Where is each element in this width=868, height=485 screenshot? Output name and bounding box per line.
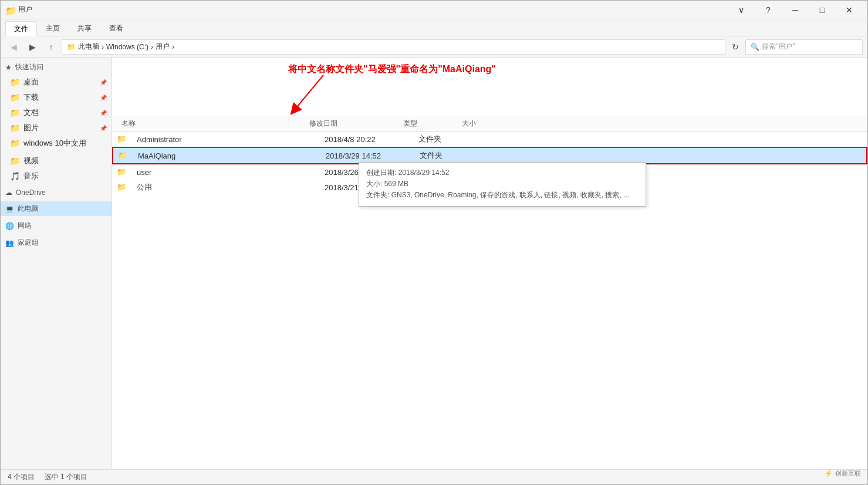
sep2: › bbox=[151, 43, 153, 51]
back-button[interactable]: ◀ bbox=[5, 39, 22, 55]
sidebar-item-docs-label: 文档 bbox=[23, 107, 39, 118]
search-placeholder: 搜索"用户" bbox=[762, 42, 795, 52]
pin-icon: 📌 bbox=[100, 125, 107, 132]
sidebar-item-videos[interactable]: 📁 视频 bbox=[1, 153, 112, 169]
file-name-public: 公用 bbox=[132, 182, 320, 193]
breadcrumb-drive[interactable]: Windows (C:) bbox=[106, 43, 148, 51]
search-bar[interactable]: 🔍 搜索"用户" bbox=[745, 39, 863, 55]
file-date-maaiqiang: 2018/3/29 14:52 bbox=[321, 151, 415, 160]
sidebar-item-desktop[interactable]: 📁 桌面 📌 bbox=[1, 75, 112, 90]
tab-home[interactable]: 主页 bbox=[37, 21, 69, 36]
tooltip: 创建日期: 2018/3/29 14:52 大小: 569 MB 文件夹: GN… bbox=[359, 162, 646, 207]
window-icon: 📁 bbox=[5, 5, 15, 15]
tooltip-created: 创建日期: 2018/3/29 14:52 bbox=[366, 167, 639, 178]
help-button[interactable]: ? bbox=[755, 1, 782, 19]
music-icon: 🎵 bbox=[10, 171, 20, 181]
sidebar-onedrive-item[interactable]: ☁ OneDrive bbox=[1, 186, 112, 199]
col-date[interactable]: 修改日期 bbox=[305, 119, 398, 129]
sidebar-item-desktop-label: 桌面 bbox=[23, 77, 39, 87]
star-icon: ★ bbox=[5, 63, 12, 72]
address-icon: 📁 bbox=[67, 43, 76, 51]
file-explorer-window: 📁 用户 ∨ ? ─ □ ✕ 文件 主页 共享 查看 ◀ ▶ ↑ 📁 此电脑 › bbox=[0, 0, 868, 485]
pin-icon: 📌 bbox=[100, 110, 107, 116]
close-button[interactable]: ✕ bbox=[836, 1, 863, 19]
tooltip-size: 大小: 569 MB bbox=[366, 178, 639, 190]
pin-icon: 📌 bbox=[100, 95, 107, 101]
sidebar-section-media: 📁 视频 🎵 音乐 bbox=[1, 153, 112, 184]
tab-file[interactable]: 文件 bbox=[5, 21, 37, 36]
address-bar[interactable]: 📁 此电脑 › Windows (C:) › 用户 › bbox=[62, 39, 725, 55]
folder-icon: 📁 bbox=[118, 151, 130, 160]
sidebar-item-docs[interactable]: 📁 文档 📌 bbox=[1, 105, 112, 120]
up-button[interactable]: ↑ bbox=[43, 39, 59, 55]
sep3: › bbox=[172, 43, 174, 51]
file-name-user: user bbox=[132, 168, 320, 177]
maximize-button[interactable]: □ bbox=[809, 1, 836, 19]
folder-icon: 📁 bbox=[117, 167, 129, 177]
sidebar-item-music[interactable]: 🎵 音乐 bbox=[1, 169, 112, 184]
col-type[interactable]: 类型 bbox=[398, 119, 457, 129]
breadcrumb-pc[interactable]: 此电脑 bbox=[78, 42, 99, 52]
file-type-administrator: 文件夹 bbox=[414, 134, 472, 144]
sidebar-thispc-label: 此电脑 bbox=[18, 204, 39, 214]
folder-icon: 📁 bbox=[10, 108, 20, 117]
sep1: › bbox=[102, 43, 104, 51]
sidebar-section-onedrive: ☁ OneDrive bbox=[1, 186, 112, 199]
sidebar-item-pictures[interactable]: 📁 图片 📌 bbox=[1, 120, 112, 136]
title-bar-controls: ∨ ? ─ □ ✕ bbox=[728, 1, 863, 19]
folder-icon: 📁 bbox=[117, 183, 129, 192]
file-date-administrator: 2018/4/8 20:22 bbox=[320, 135, 414, 144]
forward-button[interactable]: ▶ bbox=[24, 39, 40, 55]
chev-down-button[interactable]: ∨ bbox=[728, 1, 755, 19]
sidebar-quickaccess-header[interactable]: ★ 快速访问 bbox=[1, 60, 112, 75]
title-bar: 📁 用户 ∨ ? ─ □ ✕ bbox=[1, 1, 867, 19]
file-name-maaiqiang: MaAiQiang bbox=[133, 151, 321, 160]
watermark: ⚡ 创新互联 bbox=[825, 469, 861, 478]
sidebar-item-win10-label: windows 10中文用 bbox=[23, 138, 86, 149]
tooltip-contents: 文件夹: GNS3, OneDrive, Roaming, 保存的游戏, 联系人… bbox=[366, 190, 639, 201]
nav-bar: ◀ ▶ ↑ 📁 此电脑 › Windows (C:) › 用户 › ↻ 🔍 搜索… bbox=[1, 36, 867, 58]
sidebar-section-quickaccess: ★ 快速访问 📁 桌面 📌 📁 下载 📌 📁 文档 📌 bbox=[1, 60, 112, 151]
folder-icon: 📁 bbox=[10, 123, 20, 133]
family-icon: 👥 bbox=[5, 239, 14, 247]
sidebar-family-label: 家庭组 bbox=[18, 238, 39, 248]
breadcrumb: 此电脑 › Windows (C:) › 用户 › bbox=[78, 42, 174, 52]
item-count: 4 个项目 bbox=[8, 473, 35, 481]
sidebar-item-music-label: 音乐 bbox=[23, 171, 39, 181]
folder-icon: 📁 bbox=[10, 93, 20, 102]
sidebar-section-thispc: 💻 此电脑 bbox=[1, 201, 112, 216]
file-row-administrator[interactable]: 📁 Administrator 2018/4/8 20:22 文件夹 bbox=[112, 132, 867, 147]
sidebar-network-label: 网络 bbox=[18, 221, 32, 231]
ribbon: 文件 主页 共享 查看 bbox=[1, 19, 867, 36]
breadcrumb-users[interactable]: 用户 bbox=[156, 42, 170, 52]
annotation-text: 将中文名称文件夹"马爱强"重命名为"MaAiQiang" bbox=[288, 63, 496, 74]
tab-view[interactable]: 查看 bbox=[100, 21, 132, 36]
file-type-maaiqiang: 文件夹 bbox=[415, 150, 474, 161]
sidebar-section-network: 🌐 网络 bbox=[1, 218, 112, 233]
folder-icon: 📁 bbox=[10, 139, 20, 148]
col-size[interactable]: 大小 bbox=[457, 119, 516, 129]
search-icon: 🔍 bbox=[751, 43, 759, 51]
file-list-header: 名称 修改日期 类型 大小 bbox=[112, 116, 867, 132]
sidebar: ★ 快速访问 📁 桌面 📌 📁 下载 📌 📁 文档 📌 bbox=[1, 58, 112, 469]
title-bar-left: 📁 用户 bbox=[5, 5, 32, 15]
watermark-text: 创新互联 bbox=[835, 469, 861, 478]
tab-share[interactable]: 共享 bbox=[69, 21, 100, 36]
sidebar-item-downloads[interactable]: 📁 下载 📌 bbox=[1, 90, 112, 105]
status-bar: 4 个项目 选中 1 个项目 ⚡ 创新互联 bbox=[1, 469, 867, 484]
sidebar-section-family: 👥 家庭组 bbox=[1, 235, 112, 250]
computer-icon: 💻 bbox=[5, 205, 14, 213]
sidebar-thispc-item[interactable]: 💻 此电脑 bbox=[1, 201, 112, 216]
window-title: 用户 bbox=[18, 5, 32, 15]
col-name[interactable]: 名称 bbox=[117, 119, 305, 129]
selected-count: 选中 1 个项目 bbox=[45, 473, 87, 481]
sidebar-family-item[interactable]: 👥 家庭组 bbox=[1, 235, 112, 250]
sidebar-network-item[interactable]: 🌐 网络 bbox=[1, 218, 112, 233]
refresh-button[interactable]: ↻ bbox=[728, 39, 743, 55]
sidebar-item-pictures-label: 图片 bbox=[23, 123, 39, 133]
sidebar-item-videos-label: 视频 bbox=[23, 156, 39, 166]
network-icon: 🌐 bbox=[5, 222, 14, 230]
folder-icon: 📁 bbox=[10, 156, 20, 166]
minimize-button[interactable]: ─ bbox=[782, 1, 809, 19]
sidebar-item-win10[interactable]: 📁 windows 10中文用 bbox=[1, 136, 112, 151]
